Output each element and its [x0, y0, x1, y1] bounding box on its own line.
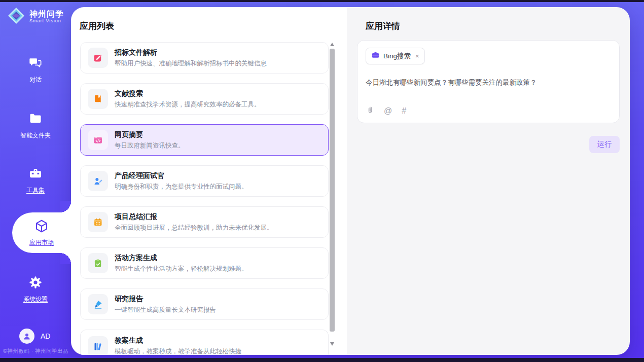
sidebar: 神州问学 Smart Vision 对话 智能文件夹 — [0, 0, 71, 362]
user-label: AD — [41, 332, 50, 340]
calendar-icon — [88, 212, 108, 232]
app-card-title: 文献搜索 — [115, 89, 261, 98]
app-card-title: 网页摘要 — [115, 130, 185, 139]
app-list-title: 应用列表 — [80, 20, 347, 32]
person-icon — [22, 332, 31, 341]
app-card-title: 招标文件解析 — [115, 48, 267, 57]
app-card-title: 项目总结汇报 — [115, 212, 273, 222]
app-list-panel: 应用列表 招标文件解析 帮助用户快速、准确地理解和解析招标书中的关键信息 — [71, 7, 347, 355]
app-card-research-report[interactable]: 研究报告 一键智能生成高质量长文本研究报告 — [80, 288, 329, 320]
scroll-down-arrow[interactable] — [330, 342, 334, 346]
app-card-event-plan[interactable]: 活动方案生成 智能生成个性化活动方案，轻松解决规划难题。 — [80, 247, 329, 279]
avatar — [19, 329, 34, 344]
sidebar-item-label: 工具集 — [26, 186, 45, 195]
copyright-footer: ©神州数码 · 神州问学出品 — [3, 348, 68, 355]
run-button[interactable]: 运行 — [589, 136, 620, 153]
mention-icon[interactable]: @ — [384, 107, 392, 115]
logo-title: 神州问学 — [29, 10, 64, 19]
app-card-title: 研究报告 — [115, 295, 216, 304]
window-bottom-strip — [0, 358, 644, 362]
app-card-description: 每日政府新闻资讯快查。 — [115, 141, 185, 150]
app-card-description: 模板驱动，教案秒成，教学准备从此轻松快捷 — [115, 347, 241, 355]
sidebar-item-label: 应用市场 — [29, 238, 54, 247]
person-doc-icon — [88, 171, 108, 191]
app-card-list: 招标文件解析 帮助用户快速、准确地理解和解析招标书中的关键信息 文献搜索 快速精… — [71, 42, 347, 355]
main-content: 应用列表 招标文件解析 帮助用户快速、准确地理解和解析招标书中的关键信息 — [71, 7, 630, 355]
scrollbar-thumb[interactable] — [330, 49, 335, 332]
app-card-title: 活动方案生成 — [115, 254, 248, 263]
book-icon — [88, 89, 108, 109]
app-card-title: 产品经理面试官 — [115, 171, 248, 180]
tool-tag-close-icon[interactable]: × — [415, 52, 419, 60]
app-detail-title: 应用详情 — [366, 20, 620, 32]
tool-tag-bing-search[interactable]: Bing搜索 × — [366, 48, 425, 64]
app-card-description: 智能生成个性化活动方案，轻松解决规划难题。 — [115, 265, 248, 273]
logo-subtitle: Smart Vision — [29, 19, 64, 23]
sidebar-item-app-market[interactable]: 应用市场 — [12, 212, 71, 253]
list-scrollbar[interactable] — [329, 43, 335, 346]
app-card-literature-search[interactable]: 文献搜索 快速精准查找学术资源，提高研究效率的必备工具。 — [80, 83, 329, 115]
app-card-project-summary[interactable]: 项目总结汇报 全面回顾项目进展，总结经验教训，助力未来优化发展。 — [80, 206, 329, 238]
user-account[interactable]: AD — [19, 329, 50, 344]
query-input[interactable]: 今日湖北有哪些新闻要点？有哪些需要关注的最新政策？ — [366, 78, 611, 87]
sidebar-item-label: 对话 — [29, 76, 42, 84]
sidebar-item-label: 系统设置 — [23, 295, 48, 304]
tool-tag-label: Bing搜索 — [383, 52, 411, 61]
app-card-title: 教案生成 — [115, 336, 241, 345]
app-card-description: 一键智能生成高质量长文本研究报告 — [115, 306, 216, 314]
folder-icon — [28, 112, 43, 128]
app-card-web-summary[interactable]: 网页摘要 每日政府新闻资讯快查。 — [80, 124, 329, 156]
composer-toolbar: @ # — [366, 105, 406, 117]
scroll-up-arrow[interactable] — [330, 43, 334, 46]
app-card-description: 全面回顾项目进展，总结经验教训，助力未来优化发展。 — [115, 224, 273, 232]
edit-square-icon — [88, 48, 108, 68]
books-icon — [88, 336, 108, 355]
sidebar-item-chat[interactable]: 对话 — [0, 56, 71, 84]
diamond-logo-icon — [7, 7, 25, 27]
sidebar-item-label: 智能文件夹 — [20, 131, 51, 140]
clipboard-check-icon — [88, 253, 108, 273]
gear-icon — [28, 275, 43, 292]
sidebar-item-settings[interactable]: 系统设置 — [0, 275, 71, 304]
ink-pen-icon — [88, 294, 108, 314]
app-card-pm-interviewer[interactable]: 产品经理面试官 明确身份和职责，为您提供专业性的面试问题。 — [80, 165, 329, 197]
briefcase-icon — [371, 51, 380, 61]
app-card-description: 快速精准查找学术资源，提高研究效率的必备工具。 — [115, 100, 261, 109]
sidebar-item-toolset[interactable]: 工具集 — [0, 166, 71, 195]
cube-icon — [34, 219, 49, 236]
chat-icon — [28, 56, 43, 72]
app-card-lesson-plan[interactable]: 教案生成 模板驱动，教案秒成，教学准备从此轻松快捷 — [80, 330, 329, 355]
composer-card: Bing搜索 × 今日湖北有哪些新闻要点？有哪些需要关注的最新政策？ @ # — [357, 40, 620, 123]
app-card-description: 明确身份和职责，为您提供专业性的面试问题。 — [115, 183, 248, 191]
toolbox-icon — [28, 166, 43, 183]
app-card-bid-parse[interactable]: 招标文件解析 帮助用户快速、准确地理解和解析招标书中的关键信息 — [80, 42, 329, 74]
window-top-strip — [0, 0, 644, 2]
browser-code-icon — [88, 130, 108, 150]
app-detail-panel: 应用详情 Bing搜索 × 今日湖北有哪些新闻要点？有哪些需要关注的最新政策？ — [347, 7, 630, 355]
paperclip-icon[interactable] — [366, 105, 374, 117]
hash-icon[interactable]: # — [402, 107, 406, 115]
sidebar-item-smart-folder[interactable]: 智能文件夹 — [0, 112, 71, 140]
app-logo: 神州问学 Smart Vision — [7, 7, 64, 27]
app-card-description: 帮助用户快速、准确地理解和解析招标书中的关键信息 — [115, 59, 267, 68]
